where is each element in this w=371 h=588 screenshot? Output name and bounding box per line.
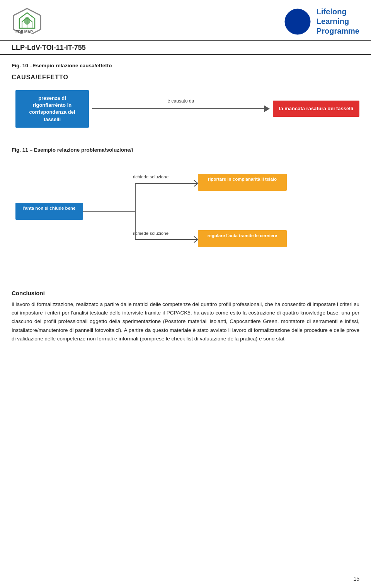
edilmap-logo: EDILMAP (12, 7, 43, 34)
logo-right: Lifelong Learning Programme (284, 7, 359, 36)
conclusioni-section: Conclusioni Il lavoro di formalizzazione… (12, 290, 359, 343)
svg-point-5 (285, 9, 310, 34)
llp-text: Lifelong Learning Programme (317, 7, 359, 36)
page-number: 15 (353, 576, 359, 582)
fig11-caption: Fig. 11 – Esempio relazione problema/sol… (12, 147, 359, 153)
svg-text:EDILMAP: EDILMAP (15, 30, 33, 34)
svg-text:richiede soluzione: richiede soluzione (133, 231, 168, 236)
fig10-caption: Fig. 10 –Esempio relazione causa/effetto (12, 63, 359, 68)
llp-line1: Lifelong (317, 7, 359, 17)
svg-text:riportare in complanarità il t: riportare in complanarità il telaio (208, 177, 277, 181)
svg-text:l'anta non si chiude bene: l'anta non si chiude bene (23, 206, 76, 210)
project-code: LLP-LdV-TOI-11-IT-755 (12, 44, 86, 51)
header: EDILMAP Lifelong Lea (0, 0, 371, 41)
main-content: Fig. 10 –Esempio relazione causa/effetto… (0, 55, 371, 359)
causa-effetto-diagram: presenza di rigonfiarrénto incorrisponde… (12, 90, 359, 128)
svg-rect-26 (198, 174, 287, 191)
effect-box: la mancata rasatura dei tasselli (273, 101, 359, 117)
cause-box: presenza di rigonfiarrénto incorrisponde… (15, 90, 89, 128)
svg-rect-18 (15, 203, 83, 220)
causa-effetto-title: CAUSA/EFFETTO (12, 74, 359, 81)
prob-solution-svg: l'anta non si chiude bene richiede soluz… (12, 158, 344, 274)
arrow-label-causa: è causato da (168, 98, 194, 104)
project-bar: LLP-LdV-TOI-11-IT-755 (0, 41, 371, 55)
prob-solution-diagram: l'anta non si chiude bene richiede soluz… (12, 158, 359, 278)
conclusioni-text: Il lavoro di formalizzazione, realizzato… (12, 300, 359, 343)
conclusioni-title: Conclusioni (12, 290, 359, 296)
svg-text:regolare l'anta tramite le cer: regolare l'anta tramite le cerniere (208, 233, 277, 238)
llp-line3: Programme (317, 26, 359, 36)
svg-text:richiede soluzione: richiede soluzione (133, 174, 168, 179)
logo-left: EDILMAP (12, 7, 43, 34)
eu-logo (284, 8, 311, 35)
svg-rect-28 (198, 230, 287, 247)
llp-line2: Learning (317, 17, 359, 26)
